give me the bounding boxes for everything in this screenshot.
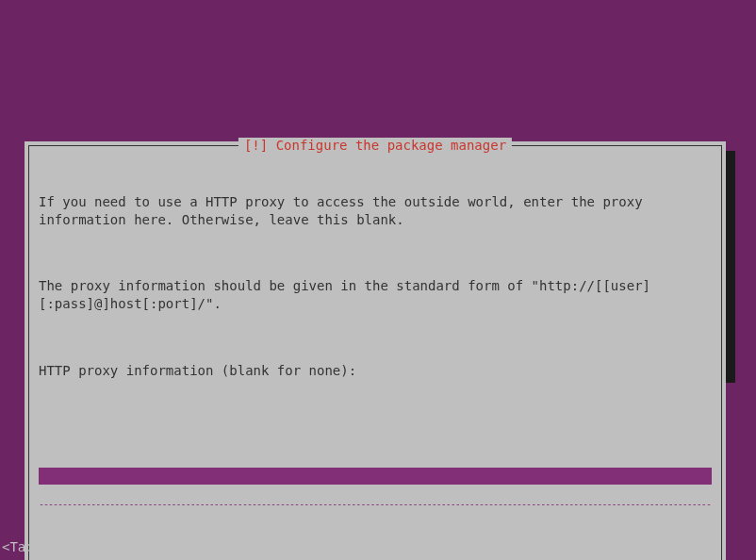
dialog-paragraph-1: If you need to use a HTTP proxy to acces… [39, 193, 712, 229]
proxy-prompt-label: HTTP proxy information (blank for none): [39, 362, 712, 380]
dialog: [!] Configure the package manager If you… [25, 141, 726, 560]
dialog-title: [!] Configure the package manager [238, 138, 512, 153]
input-row: ----------------------------------------… [39, 433, 712, 541]
footer-hint: <Tab> moves; <Space> selects; <Enter> ac… [2, 539, 439, 554]
proxy-input[interactable] [39, 468, 712, 485]
dialog-paragraph-2: The proxy information should be given in… [39, 277, 712, 313]
input-underline: ----------------------------------------… [39, 503, 712, 505]
dialog-frame: [!] Configure the package manager If you… [28, 145, 722, 560]
dialog-body: If you need to use a HTTP proxy to acces… [39, 157, 712, 560]
